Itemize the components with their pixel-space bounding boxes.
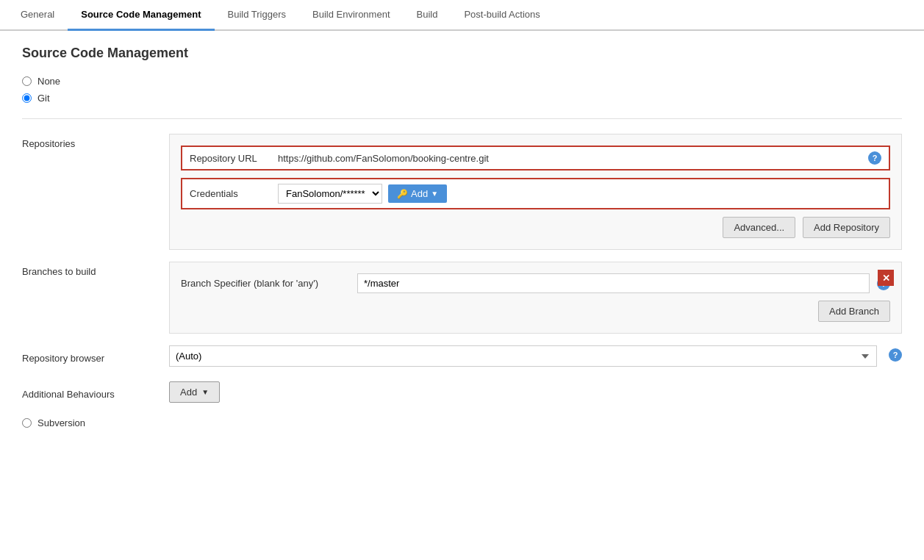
repo-url-help-icon[interactable]: ? [868, 151, 881, 165]
remove-branch-button[interactable]: ✕ [878, 270, 894, 286]
repositories-content-wrap: Repository URL ? Credentials FanSolomon/… [169, 134, 902, 250]
branch-specifier-input[interactable] [357, 273, 870, 293]
credentials-add-button[interactable]: 🔑 Add ▼ [388, 184, 447, 203]
repository-url-input[interactable] [278, 153, 868, 164]
repo-browser-row: Repository browser (Auto) ? [22, 345, 902, 367]
radio-git-label: Git [37, 93, 50, 104]
credentials-label: Credentials [190, 188, 278, 199]
add-behaviour-label: Add [180, 387, 197, 398]
repo-browser-content-wrap: (Auto) ? [169, 345, 902, 367]
radio-git[interactable] [22, 93, 32, 103]
tab-post-build-actions[interactable]: Post-build Actions [451, 0, 553, 31]
radio-subversion[interactable] [22, 418, 32, 428]
page-content: Source Code Management None Git Reposito… [0, 31, 924, 560]
tab-bar: General Source Code Management Build Tri… [0, 0, 924, 31]
radio-subversion-label: Subversion [37, 417, 85, 428]
branches-row: Branches to build ✕ Branch Specifier (bl… [22, 262, 902, 334]
additional-behaviours-content: Add ▼ [169, 381, 220, 403]
branches-content-wrap: ✕ Branch Specifier (blank for 'any') ? A… [169, 262, 902, 334]
tab-build-environment[interactable]: Build Environment [299, 0, 404, 31]
add-behaviour-arrow-icon: ▼ [201, 388, 209, 396]
tab-build[interactable]: Build [404, 0, 451, 31]
add-repository-button[interactable]: Add Repository [803, 217, 890, 238]
add-behaviour-button[interactable]: Add ▼ [169, 381, 220, 403]
radio-git-item: Git [22, 93, 902, 104]
repo-browser-label: Repository browser [22, 348, 169, 364]
radio-none[interactable] [22, 76, 32, 86]
repo-browser-select-wrap: (Auto) [169, 345, 877, 367]
branch-specifier-row: Branch Specifier (blank for 'any') ? [181, 273, 890, 293]
repository-url-row: Repository URL ? [181, 146, 890, 170]
branches-box: ✕ Branch Specifier (blank for 'any') ? A… [169, 262, 902, 334]
divider-1 [22, 118, 902, 119]
page-title: Source Code Management [22, 46, 902, 61]
radio-none-label: None [37, 76, 60, 87]
repo-browser-help-icon[interactable]: ? [889, 348, 902, 362]
scm-radio-group: None Git [22, 76, 902, 104]
tab-source-code-management[interactable]: Source Code Management [68, 0, 214, 31]
add-branch-button[interactable]: Add Branch [818, 301, 890, 322]
subversion-row: Subversion [22, 417, 902, 428]
advanced-button[interactable]: Advanced... [723, 217, 795, 238]
repositories-label: Repositories [22, 134, 169, 149]
repositories-content: Repository URL ? Credentials FanSolomon/… [169, 134, 902, 250]
tab-build-triggers[interactable]: Build Triggers [215, 0, 299, 31]
branches-label: Branches to build [22, 262, 169, 277]
branches-content: ✕ Branch Specifier (blank for 'any') ? A… [169, 262, 902, 334]
radio-none-item: None [22, 76, 902, 87]
repo-buttons: Advanced... Add Repository [181, 217, 890, 238]
branch-specifier-label: Branch Specifier (blank for 'any') [181, 278, 350, 289]
credentials-select[interactable]: FanSolomon/****** [278, 184, 382, 204]
additional-behaviours-label: Additional Behaviours [22, 384, 169, 400]
credentials-controls: FanSolomon/****** 🔑 Add ▼ [278, 184, 447, 204]
credentials-row: Credentials FanSolomon/****** 🔑 Add ▼ [181, 178, 890, 209]
repo-browser-select[interactable]: (Auto) [169, 345, 877, 367]
repositories-row: Repositories Repository URL ? Credential… [22, 134, 902, 250]
key-icon: 🔑 [397, 189, 408, 199]
repos-box: Repository URL ? Credentials FanSolomon/… [169, 134, 902, 250]
dropdown-arrow-icon: ▼ [431, 190, 438, 198]
branch-buttons: Add Branch [181, 301, 890, 322]
repository-url-label: Repository URL [190, 153, 278, 164]
additional-behaviours-row: Additional Behaviours Add ▼ [22, 381, 902, 403]
add-label: Add [411, 188, 428, 199]
tab-general[interactable]: General [7, 0, 68, 31]
